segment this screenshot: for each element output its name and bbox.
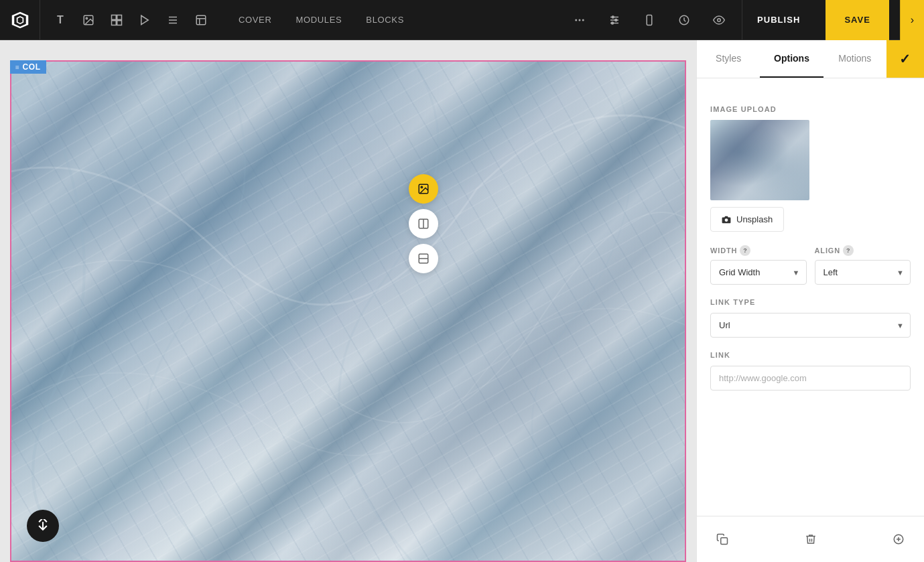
- tab-motions[interactable]: Motions: [823, 40, 886, 78]
- col-label[interactable]: ≡ COL: [10, 60, 46, 74]
- gallery-tool-btn[interactable]: [105, 8, 129, 32]
- layout-tool-btn[interactable]: [189, 8, 213, 32]
- svg-point-25: [421, 186, 422, 188]
- logo[interactable]: [0, 0, 40, 40]
- link-type-select[interactable]: Url Page None: [710, 313, 911, 338]
- width-field-group: WIDTH ? Grid Width Full Width Auto ▼: [710, 245, 807, 285]
- svg-point-12: [579, 19, 581, 21]
- publish-button[interactable]: PUBLISH: [742, 0, 815, 40]
- image-icon: [82, 14, 94, 26]
- nav-modules[interactable]: MODULES: [283, 0, 354, 40]
- camera-icon: [722, 215, 731, 224]
- panel-tabs: Styles Options Motions ✓: [697, 40, 924, 78]
- svg-point-1: [86, 17, 87, 19]
- width-select-wrapper: Grid Width Full Width Auto ▼: [710, 260, 807, 285]
- svg-point-18: [615, 19, 617, 21]
- split-v-icon: [417, 218, 430, 230]
- svg-point-19: [612, 22, 614, 24]
- svg-rect-32: [721, 538, 728, 545]
- image-action-btn[interactable]: [409, 174, 438, 204]
- delete-btn[interactable]: [799, 527, 823, 551]
- panel-check-btn[interactable]: ✓: [886, 40, 924, 78]
- canvas-area: ≡ COL: [0, 40, 696, 562]
- align-select[interactable]: Left Center Right: [815, 260, 911, 285]
- svg-point-31: [725, 218, 728, 222]
- image-preview[interactable]: [710, 120, 809, 200]
- toolbar-right: PUBLISH SAVE ›: [568, 0, 924, 40]
- save-arrow-button[interactable]: ›: [900, 0, 924, 40]
- width-select[interactable]: Grid Width Full Width Auto: [710, 260, 807, 285]
- main-content: ≡ COL: [0, 40, 924, 562]
- align-field-group: ALIGN ? Left Center Right ▼: [815, 245, 911, 285]
- sliders-btn[interactable]: [602, 8, 626, 32]
- image-upload-section: IMAGE UPLOAD Unsplash: [710, 105, 911, 232]
- link-label: LINK: [710, 351, 911, 359]
- add-btn[interactable]: [886, 527, 911, 551]
- plus-icon: [893, 533, 905, 545]
- split-horizontal-btn[interactable]: [409, 244, 438, 273]
- toolbar-tools: T: [40, 8, 221, 32]
- image-preview-inner: [710, 120, 809, 200]
- floating-action-buttons: [409, 174, 438, 273]
- tab-styles[interactable]: Styles: [697, 40, 760, 78]
- image-upload-label: IMAGE UPLOAD: [710, 105, 911, 113]
- unsplash-label: Unsplash: [736, 214, 773, 224]
- mobile-btn[interactable]: [637, 8, 661, 32]
- svg-point-23: [718, 18, 721, 21]
- duplicate-btn[interactable]: [710, 527, 734, 551]
- canvas-image: [10, 60, 686, 562]
- text-icon: T: [57, 14, 64, 26]
- unsplash-button[interactable]: Unsplash: [710, 207, 784, 232]
- trash-icon: [805, 533, 817, 545]
- video-icon: [139, 14, 151, 26]
- align-label: ALIGN ?: [815, 245, 911, 256]
- align-select-wrapper: Left Center Right ▼: [815, 260, 911, 285]
- svg-point-17: [612, 16, 614, 18]
- tab-options[interactable]: Options: [760, 40, 823, 78]
- sliders-icon: [608, 14, 620, 26]
- clock-icon: [678, 14, 690, 26]
- toolbar: T COVER MODULES: [0, 0, 924, 40]
- eye-icon: [713, 14, 725, 26]
- svg-rect-5: [117, 20, 122, 25]
- video-tool-btn[interactable]: [133, 8, 157, 32]
- split-vertical-btn[interactable]: [409, 209, 438, 238]
- svg-point-13: [582, 19, 584, 21]
- link-type-label: LINK TYPE: [710, 298, 911, 306]
- scroll-button[interactable]: [27, 510, 59, 542]
- svg-marker-6: [141, 15, 149, 25]
- align-help-badge[interactable]: ?: [843, 245, 854, 256]
- link-input[interactable]: [710, 366, 911, 391]
- logo-icon: [11, 11, 29, 29]
- col-label-icon: ≡: [15, 64, 19, 71]
- link-section: LINK: [710, 351, 911, 391]
- preview-btn[interactable]: [707, 8, 731, 32]
- svg-rect-20: [647, 15, 652, 25]
- divider-icon: [167, 14, 179, 26]
- side-panel: Styles Options Motions ✓ IMAGE UPLOAD Un…: [696, 40, 924, 562]
- link-type-select-wrapper: Url Page None ▼: [710, 313, 911, 338]
- width-label: WIDTH ?: [710, 245, 807, 256]
- image-float-icon: [417, 183, 430, 195]
- history-btn[interactable]: [672, 8, 696, 32]
- svg-point-11: [575, 19, 577, 21]
- nav-cover[interactable]: COVER: [226, 0, 283, 40]
- nav-blocks[interactable]: BLOCKS: [354, 0, 416, 40]
- gallery-icon: [111, 14, 123, 26]
- svg-rect-10: [196, 15, 206, 25]
- image-tool-btn[interactable]: [76, 8, 101, 32]
- svg-rect-4: [112, 20, 117, 25]
- panel-footer: [697, 516, 924, 562]
- save-button[interactable]: SAVE: [826, 0, 889, 40]
- text-tool-btn[interactable]: T: [48, 8, 72, 32]
- panel-content: IMAGE UPLOAD Unsplash WIDTH ?: [697, 78, 924, 516]
- layout-icon: [195, 14, 207, 26]
- dots-btn[interactable]: [568, 8, 592, 32]
- marble-texture: [10, 60, 686, 562]
- width-align-row: WIDTH ? Grid Width Full Width Auto ▼: [710, 245, 911, 285]
- split-h-icon: [417, 253, 430, 265]
- dots-icon: [574, 14, 586, 26]
- col-label-text: COL: [22, 62, 40, 72]
- divider-tool-btn[interactable]: [161, 8, 185, 32]
- width-help-badge[interactable]: ?: [740, 245, 750, 256]
